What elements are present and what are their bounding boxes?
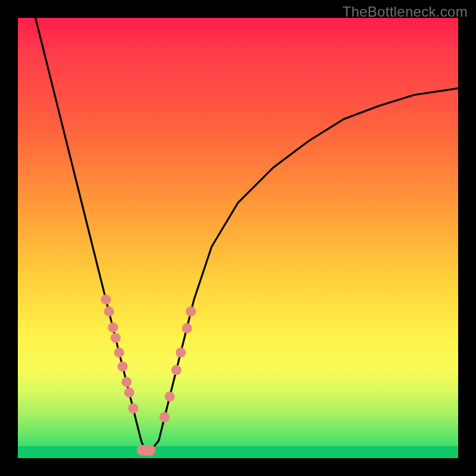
left-arm-markers: [101, 295, 139, 414]
data-marker: [108, 322, 118, 333]
data-marker: [124, 387, 134, 397]
data-marker: [111, 333, 121, 343]
data-marker: [186, 306, 196, 317]
data-marker: [176, 347, 186, 358]
data-marker: [159, 412, 170, 422]
optimal-pill: [137, 445, 156, 456]
chart-overlay: [18, 18, 458, 458]
data-marker: [118, 362, 128, 372]
data-marker: [128, 403, 138, 414]
data-marker: [165, 392, 175, 402]
data-marker: [104, 306, 114, 317]
data-marker: [121, 377, 131, 387]
watermark-text: TheBottleneck.com: [342, 4, 468, 20]
data-marker: [101, 295, 111, 305]
data-marker: [171, 365, 181, 375]
chart-frame: TheBottleneck.com: [0, 0, 476, 476]
bottleneck-curve: [36, 18, 458, 452]
data-marker: [114, 347, 124, 358]
data-marker: [182, 323, 192, 333]
plot-area: [18, 18, 458, 458]
optimal-point-marker: [137, 445, 156, 456]
